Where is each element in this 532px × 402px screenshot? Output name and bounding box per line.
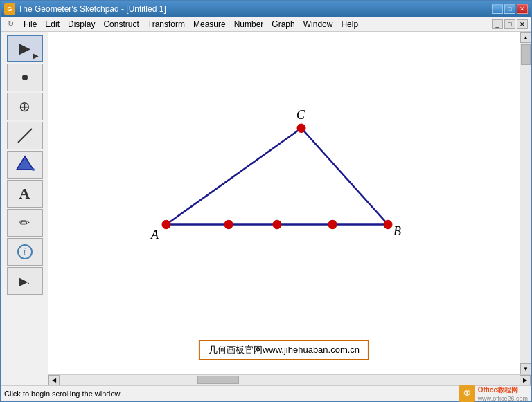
menu-transform[interactable]: Transform [143,18,189,30]
custom-tool-button[interactable]: ▶: [7,267,43,295]
h-scroll-thumb[interactable] [197,376,239,384]
menubar-restore-button[interactable]: □ [504,19,515,29]
svg-point-11 [328,220,337,228]
menubar-close-button[interactable]: ✕ [517,19,528,29]
h-scrollbar: ◀ ▶ [48,374,531,385]
triangle-svg: A B C [48,32,520,374]
scroll-thumb-right[interactable] [521,44,531,65]
menu-construct[interactable]: Construct [99,18,143,30]
text-tool-button[interactable]: A [7,180,43,208]
office-main-text: Office教程网 [478,385,528,395]
scroll-down-button[interactable]: ▼ [520,363,531,374]
status-text: Click to begin scrolling the window [4,390,121,398]
svg-marker-1 [17,156,33,170]
menu-bar: ↻ File Edit Display Construct Transform … [1,17,531,32]
right-scrollbar: ▲ ▼ [520,32,531,374]
menu-display[interactable]: Display [64,18,99,30]
point-tool-button[interactable] [7,64,43,91]
title-controls: _ □ ✕ [492,4,528,14]
office-sub-text: www.office26.com [478,395,528,402]
status-bar: Click to begin scrolling the window ① Of… [1,385,531,401]
selection-tool-button[interactable]: ▶ ▶ [7,35,43,62]
app-icon: G [4,3,15,15]
toolbar: ▶ ▶ ⊕ A [1,32,48,385]
compass-tool-button[interactable]: ⊕ [7,93,43,120]
canvas-area[interactable]: A B C 几何画板官网www.jihehuaban.com.cn [48,32,520,374]
menu-edit[interactable]: Edit [41,18,64,30]
menu-number[interactable]: Number [230,18,268,30]
office-info: Office教程网 www.office26.com [478,385,528,402]
scroll-track-right[interactable] [520,43,531,363]
window-title: The Geometer's Sketchpad - [Untitled 1] [18,4,166,14]
svg-text:B: B [393,224,401,238]
info-tool-button[interactable]: i [7,238,43,266]
svg-point-7 [384,220,392,228]
window-frame: G The Geometer's Sketchpad - [Untitled 1… [0,0,532,402]
title-bar: G The Geometer's Sketchpad - [Untitled 1… [1,1,531,17]
svg-point-8 [297,124,305,132]
polygon-tool-button[interactable] [7,151,43,179]
menu-window[interactable]: Window [299,18,337,30]
watermark: 几何画板官网www.jihehuaban.com.cn [199,340,369,360]
svg-text:A: A [150,228,159,241]
svg-point-10 [273,220,281,228]
svg-text:C: C [296,108,305,122]
marker-tool-button[interactable]: ✏ [7,209,43,237]
minimize-button[interactable]: _ [492,4,503,14]
svg-point-6 [162,220,170,228]
svg-line-0 [18,129,32,143]
refresh-icon[interactable]: ↻ [4,18,17,30]
scroll-right-button[interactable]: ▶ [520,375,531,386]
svg-line-4 [166,128,301,224]
menu-graph[interactable]: Graph [267,18,299,30]
menu-file[interactable]: File [19,18,41,30]
svg-point-9 [224,220,233,228]
office-logo-area: ① Office教程网 www.office26.com [459,385,528,402]
main-area: ▶ ▶ ⊕ A [1,32,531,385]
menu-help[interactable]: Help [337,18,362,30]
menubar-minimize-button[interactable]: _ [492,19,503,29]
maximize-button[interactable]: □ [504,4,515,14]
svg-point-2 [32,168,35,171]
menu-measure[interactable]: Measure [189,18,230,30]
h-scroll-track[interactable] [60,375,520,385]
office-icon: ① [459,385,475,402]
close-button[interactable]: ✕ [517,4,528,14]
scroll-left-button[interactable]: ◀ [48,375,60,386]
svg-line-5 [301,128,388,224]
title-bar-left: G The Geometer's Sketchpad - [Untitled 1… [4,3,166,15]
menu-bar-right: _ □ ✕ [492,19,528,29]
line-tool-button[interactable] [7,122,43,149]
scroll-up-button[interactable]: ▲ [520,32,531,43]
